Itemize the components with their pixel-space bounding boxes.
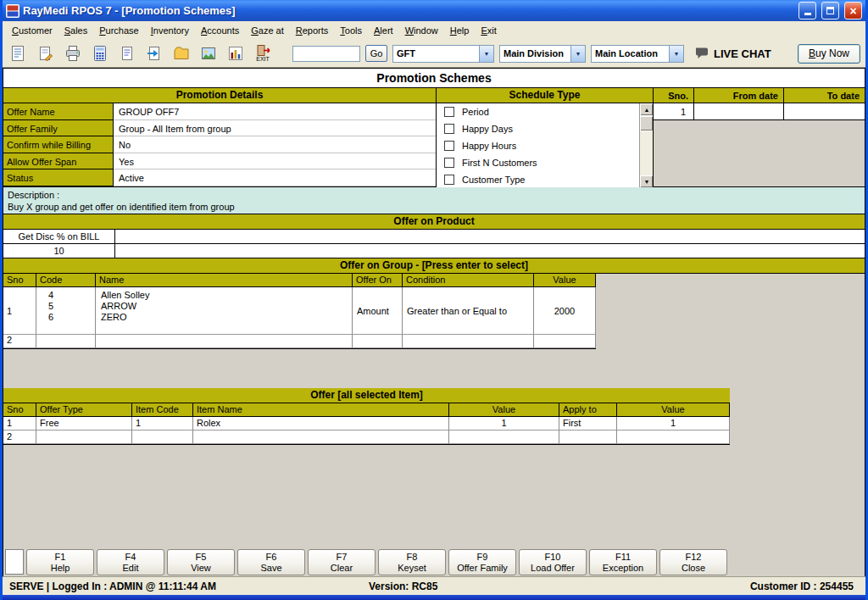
- f11-exception-button[interactable]: F11 Exception: [589, 549, 657, 575]
- group-row-offer-on[interactable]: Amount: [353, 287, 403, 335]
- items-table-row: 1 Free 1 Rolex 1 First 1: [3, 417, 730, 431]
- items-row-item-name[interactable]: [193, 431, 449, 444]
- buy-now-button[interactable]: Buy Now: [798, 44, 860, 64]
- menu-gaze-at[interactable]: Gaze at: [245, 22, 290, 39]
- get-disc-label: Get Disc % on BILL: [3, 230, 115, 243]
- period-checkbox[interactable]: [444, 107, 454, 117]
- menu-window[interactable]: Window: [399, 22, 444, 39]
- menu-help[interactable]: Help: [444, 22, 476, 39]
- get-disc-value[interactable]: 10: [3, 244, 115, 258]
- items-row-offer-type[interactable]: Free: [36, 417, 132, 431]
- folder-icon[interactable]: [170, 41, 192, 66]
- menu-reports[interactable]: Reports: [290, 22, 335, 39]
- photo-icon[interactable]: [198, 41, 220, 66]
- location-dropdown[interactable]: Main Location ▼: [591, 45, 684, 63]
- go-button[interactable]: Go: [365, 45, 387, 62]
- group-row-value[interactable]: [534, 335, 596, 348]
- f5-view-button[interactable]: F5 View: [167, 549, 235, 575]
- app-icon[interactable]: [6, 4, 19, 18]
- company-dropdown[interactable]: GFT ▼: [392, 45, 494, 63]
- first-n-customers-checkbox[interactable]: [444, 158, 454, 168]
- group-row-codes[interactable]: [36, 335, 96, 348]
- maximize-button[interactable]: [821, 2, 839, 19]
- bill-icon[interactable]: [8, 41, 30, 66]
- f12-key: F12: [660, 552, 726, 563]
- menu-purchase[interactable]: Purchase: [93, 22, 144, 39]
- f7-label: Clear: [309, 563, 375, 574]
- f10-load-offer-button[interactable]: F10 Load Offer: [519, 549, 587, 575]
- f9-label: Offer Family: [449, 563, 515, 574]
- description-label: Description :: [8, 189, 860, 201]
- promotion-details-header: Promotion Details: [3, 88, 436, 103]
- quick-search-input[interactable]: [292, 46, 360, 62]
- items-row-value[interactable]: [449, 431, 559, 444]
- f4-edit-button[interactable]: F4 Edit: [97, 549, 164, 575]
- items-row-offer-type[interactable]: [36, 431, 132, 444]
- f1-help-button[interactable]: F1 Help: [26, 549, 94, 575]
- customer-type-checkbox[interactable]: [444, 175, 454, 185]
- f9-offer-family-button[interactable]: F9 Offer Family: [448, 549, 516, 575]
- schedule-row-to-date[interactable]: [784, 103, 865, 119]
- items-row-item-name[interactable]: Rolex: [193, 417, 449, 431]
- group-row-sno[interactable]: 2: [3, 335, 36, 348]
- schedule-row-from-date[interactable]: [694, 103, 784, 119]
- items-row-sno[interactable]: 2: [3, 431, 36, 444]
- description-band: Description : Buy X group and get offer …: [3, 187, 865, 214]
- scroll-down-icon[interactable]: ▼: [640, 175, 653, 188]
- group-row-names[interactable]: Allen Solley ARROW ZERO: [96, 287, 353, 335]
- menu-alert[interactable]: Alert: [368, 22, 399, 39]
- status-value[interactable]: Active: [114, 169, 436, 186]
- company-dropdown-value: GFT: [397, 48, 415, 58]
- minimize-button[interactable]: [798, 2, 816, 19]
- confirm-billing-value[interactable]: No: [114, 136, 436, 153]
- group-row-codes[interactable]: 4 5 6: [36, 287, 96, 335]
- items-row-apply-to[interactable]: First: [559, 417, 617, 431]
- happy-days-checkbox[interactable]: [444, 124, 454, 134]
- allow-offer-span-value[interactable]: Yes: [114, 153, 436, 170]
- offer-on-product-header: Offer on Product: [3, 214, 865, 230]
- group-row-offer-on[interactable]: [353, 335, 403, 348]
- items-row-item-code[interactable]: [132, 431, 193, 444]
- items-row-item-code[interactable]: 1: [132, 417, 193, 431]
- save-icon[interactable]: [35, 41, 57, 66]
- menu-inventory[interactable]: Inventory: [145, 22, 195, 39]
- f8-keyset-button[interactable]: F8 Keyset: [378, 549, 446, 575]
- group-row-names[interactable]: [96, 335, 353, 348]
- schedule-row-sno[interactable]: 1: [654, 103, 694, 119]
- calculator-icon[interactable]: [89, 41, 111, 66]
- items-row-value[interactable]: 1: [449, 417, 559, 431]
- happy-hours-checkbox[interactable]: [444, 141, 454, 151]
- items-row-apply-to[interactable]: [559, 431, 617, 444]
- scroll-up-icon[interactable]: ▲: [640, 103, 653, 116]
- group-row-value[interactable]: 2000: [534, 287, 596, 335]
- group-row-condition[interactable]: [403, 335, 534, 348]
- items-row-value-2[interactable]: 1: [617, 417, 730, 431]
- scrollbar-track[interactable]: [640, 131, 653, 175]
- scrollbar-thumb[interactable]: [640, 116, 653, 131]
- f10-key: F10: [520, 552, 586, 563]
- printer-icon[interactable]: [62, 41, 84, 66]
- close-button[interactable]: ×: [844, 2, 862, 19]
- document-icon[interactable]: [116, 41, 138, 66]
- f8-label: Keyset: [379, 563, 445, 574]
- offer-family-value[interactable]: Group - All Item from group: [114, 120, 436, 137]
- items-row-value-2[interactable]: [617, 431, 730, 444]
- items-row-sno[interactable]: 1: [3, 417, 36, 431]
- group-row-condition[interactable]: Greater than or Equal to: [403, 287, 534, 335]
- division-dropdown[interactable]: Main Division ▼: [499, 45, 586, 63]
- menu-tools[interactable]: Tools: [334, 22, 368, 39]
- menu-exit[interactable]: Exit: [475, 22, 502, 39]
- group-row-sno[interactable]: 1: [3, 287, 36, 335]
- offer-name-value[interactable]: GROUP OFF7: [114, 103, 436, 120]
- menu-accounts[interactable]: Accounts: [195, 22, 245, 39]
- live-chat-link[interactable]: LIVE CHAT: [694, 47, 771, 60]
- chart-icon[interactable]: [225, 41, 247, 66]
- f7-clear-button[interactable]: F7 Clear: [308, 549, 376, 575]
- f6-save-button[interactable]: F6 Save: [237, 549, 305, 575]
- exit-icon[interactable]: EXIT: [252, 41, 274, 66]
- export-icon[interactable]: [143, 41, 165, 66]
- menu-sales[interactable]: Sales: [58, 22, 94, 39]
- schedule-option-first-n-customers: First N Customers: [437, 154, 639, 171]
- f12-close-button[interactable]: F12 Close: [659, 549, 727, 575]
- menu-customer[interactable]: Customer: [6, 22, 58, 39]
